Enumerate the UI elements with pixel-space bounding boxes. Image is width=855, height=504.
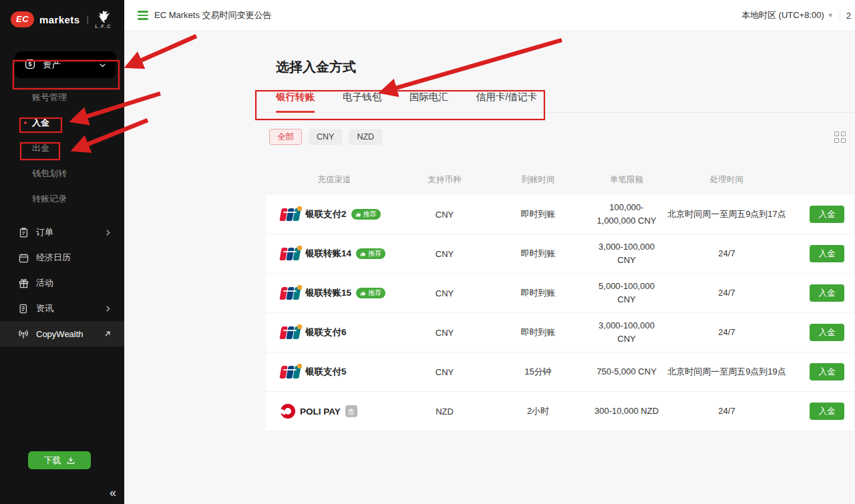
action-cell: 入金 — [790, 363, 854, 381]
processing-time-cell: 24/7 — [663, 405, 790, 418]
tab-international-wire[interactable]: 国际电汇 — [409, 91, 448, 113]
deposit-button[interactable]: 入金 — [810, 245, 844, 262]
grid-view-icon[interactable] — [834, 132, 846, 143]
deposit-button[interactable]: 入金 — [810, 363, 844, 381]
arrival-time-cell: 即时到账 — [486, 208, 590, 220]
channel-cell: 银联转账15推荐 — [266, 287, 403, 300]
tab-e-wallet[interactable]: 电子钱包 — [343, 91, 381, 113]
tab-credit-debit-card[interactable]: 信用卡/借记卡 — [476, 91, 537, 113]
sidebar-item-wallet-transfer[interactable]: 钱包划转 — [0, 161, 124, 186]
filter-chip-all[interactable]: 全部 — [269, 129, 302, 145]
notification-count: 2 — [846, 11, 851, 21]
bank-badge — [345, 405, 357, 417]
column-header: 处理时间 — [663, 174, 790, 186]
arrival-time-cell: 即时到账 — [486, 287, 590, 299]
table-row: 银联转账14推荐CNY即时到账3,000-100,000 CNY24/7入金 — [266, 234, 854, 274]
download-label: 下载 — [44, 455, 61, 467]
channel-name: 银联支付6 — [305, 326, 347, 338]
deposit-button[interactable]: 入金 — [810, 206, 844, 223]
main-area: EC Markets 交易时间变更公告 本地时区 (UTC+8:00) ▼ 2 … — [124, 0, 855, 504]
download-icon — [66, 456, 75, 465]
filter-chip-cny[interactable]: CNY — [309, 129, 342, 145]
channel-name: 银联支付2 — [305, 208, 347, 220]
liver-bird-icon — [96, 10, 111, 23]
channel-name: POLI PAY — [300, 407, 341, 417]
deposit-button[interactable]: 入金 — [810, 284, 844, 302]
topbar-right: 本地时区 (UTC+8:00) ▼ 2 — [741, 9, 855, 21]
column-header: 单笔限额 — [590, 174, 663, 186]
timezone-selector[interactable]: 本地时区 (UTC+8:00) ▼ — [741, 9, 834, 21]
sidebar-item-label: 转账记录 — [32, 193, 67, 205]
limit-cell: 5,000-100,000 CNY — [590, 280, 663, 306]
recommend-badge: 推荐 — [351, 209, 381, 220]
processing-time-cell: 24/7 — [663, 286, 790, 300]
recommend-badge: 推荐 — [356, 248, 385, 259]
sidebar-item-label: 资产 — [43, 59, 61, 71]
ec-logo-badge: EC — [11, 11, 34, 27]
action-cell: 入金 — [790, 284, 854, 302]
filter-chip-nzd[interactable]: NZD — [349, 129, 382, 145]
recommend-badge: 推荐 — [356, 288, 385, 298]
table-row: 银联转账15推荐CNY即时到账5,000-100,000 CNY24/7入金 — [266, 274, 854, 313]
action-cell: 入金 — [790, 245, 854, 262]
sidebar-item-label: 资讯 — [36, 302, 53, 314]
sidebar-item-label: CopyWealth — [36, 329, 83, 339]
column-header: 到账时间 — [486, 174, 590, 186]
tab-bank-transfer[interactable]: 银行转账 — [276, 91, 315, 113]
sidebar-item-label: 出金 — [32, 142, 49, 154]
unionpay-logo — [281, 366, 301, 379]
announcement-link[interactable]: EC Markets 交易时间变更公告 — [138, 9, 272, 21]
action-cell: 入金 — [790, 324, 854, 341]
chevron-right-icon — [104, 304, 112, 313]
dollar-icon: $ — [24, 58, 36, 72]
currency-cell: CNY — [403, 328, 486, 338]
arrival-time-cell: 2小时 — [486, 405, 590, 417]
table-row: 银联支付6CNY即时到账3,000-100,000 CNY24/7入金 — [266, 313, 854, 352]
chevron-down-icon — [98, 61, 107, 69]
topbar: EC Markets 交易时间变更公告 本地时区 (UTC+8:00) ▼ 2 — [124, 0, 855, 31]
sidebar-item-economic-calendar[interactable]: 经济日历 — [0, 245, 124, 270]
action-cell: 入金 — [790, 206, 854, 223]
unionpay-logo — [281, 248, 301, 260]
lfc-logo: L.F.C — [96, 10, 112, 29]
currency-cell: NZD — [403, 407, 486, 417]
sidebar-item-copywealth[interactable]: CopyWealth — [0, 321, 124, 346]
sidebar-item-account-management[interactable]: 账号管理 — [0, 85, 124, 110]
unionpay-logo — [281, 287, 301, 300]
limit-cell: 3,000-100,000 CNY — [590, 319, 663, 346]
arrival-time-cell: 15分钟 — [486, 366, 590, 378]
deposit-method-tabs: 银行转账电子钱包国际电汇信用卡/借记卡 — [266, 91, 854, 113]
sidebar-item-deposit[interactable]: 入金 — [0, 110, 124, 136]
external-link-icon — [103, 329, 112, 338]
sidebar-item-activities[interactable]: 活动 — [0, 270, 124, 296]
limit-cell: 3,000-100,000 CNY — [590, 240, 663, 267]
sidebar-item-news[interactable]: 资讯 — [0, 296, 124, 321]
download-button[interactable]: 下载 — [28, 451, 91, 469]
table-row: 银联支付5CNY15分钟750-5,000 CNY北京时间周一至周五9点到19点… — [266, 352, 854, 392]
sidebar-item-transfer-records[interactable]: 转账记录 — [0, 186, 124, 212]
announcement-icon — [138, 11, 148, 20]
column-header: 充值渠道 — [266, 174, 403, 186]
unionpay-logo — [281, 208, 301, 221]
sidebar-item-label: 订单 — [36, 226, 53, 238]
deposit-channels-table: 充值渠道支持币种到账时间单笔限额处理时间 银联支付2推荐CNY即时到账100,0… — [266, 165, 854, 431]
limit-cell: 100,000- 1,000,000 CNY — [590, 201, 663, 228]
sidebar-item-orders[interactable]: 订单 — [0, 220, 124, 245]
logo-divider: | — [86, 15, 88, 24]
chevron-right-icon — [104, 228, 112, 237]
channel-cell: POLI PAY — [266, 404, 403, 419]
deposit-button[interactable]: 入金 — [810, 324, 844, 341]
channel-name: 银联转账15 — [305, 287, 351, 299]
action-cell: 入金 — [790, 403, 854, 420]
arrival-time-cell: 即时到账 — [486, 248, 590, 260]
deposit-button[interactable]: 入金 — [810, 403, 844, 420]
announcement-text: EC Markets 交易时间变更公告 — [154, 9, 272, 21]
currency-cell: CNY — [403, 367, 486, 377]
sidebar-item-withdrawal[interactable]: 出金 — [0, 136, 124, 161]
sidebar-item-assets[interactable]: $ 资产 — [15, 51, 116, 78]
news-icon — [17, 303, 29, 314]
caret-down-icon: ▼ — [828, 12, 834, 19]
channel-cell: 银联转账14推荐 — [266, 248, 403, 260]
processing-time-cell: 北京时间周一至周五9点到19点 — [663, 365, 790, 379]
collapse-sidebar-icon[interactable]: « — [110, 486, 115, 500]
